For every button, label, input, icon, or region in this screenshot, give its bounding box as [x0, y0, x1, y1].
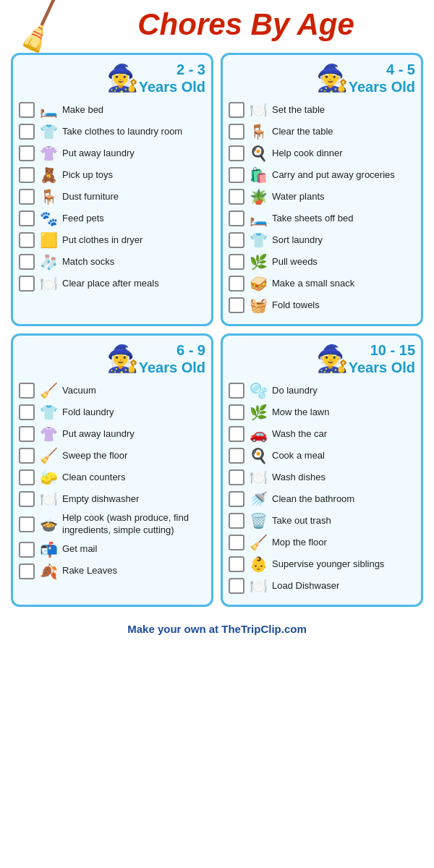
chore-checkbox[interactable] — [19, 189, 35, 205]
chore-checkbox[interactable] — [19, 448, 35, 464]
chore-checkbox[interactable] — [229, 578, 244, 594]
chore-checkbox[interactable] — [19, 254, 35, 270]
chore-checkbox[interactable] — [229, 167, 244, 183]
section-age-6-9: 🧙‍♀️6 - 9Years Old🧹Vacuum👕Fold laundry👚P… — [11, 333, 213, 607]
chore-checkbox[interactable] — [19, 210, 35, 226]
witch-icon: 🧙‍♀️ — [106, 344, 139, 374]
chore-label: Put clothes in dryer — [62, 234, 142, 247]
chore-checkbox[interactable] — [229, 124, 244, 140]
chore-checkbox[interactable] — [229, 189, 244, 205]
chore-item: 🍽️Clear place after meals — [19, 275, 205, 292]
chore-icon: 🟨 — [39, 231, 58, 249]
footer: Make your own at TheTripClip.com — [0, 614, 434, 641]
witch-icon: 🧙 — [316, 63, 349, 93]
chore-icon: 👕 — [39, 404, 58, 421]
chore-label: Rake Leaves — [62, 565, 117, 577]
chore-checkbox[interactable] — [19, 404, 35, 420]
chore-item: 🍽️Wash dishes — [229, 469, 415, 486]
chore-icon: 🍲 — [39, 516, 58, 533]
chore-checkbox[interactable] — [229, 513, 244, 529]
chore-icon: 🧽 — [39, 469, 58, 486]
chore-checkbox[interactable] — [19, 145, 35, 161]
chore-label: Get mail — [62, 543, 97, 556]
chore-checkbox[interactable] — [229, 469, 244, 485]
chore-checkbox[interactable] — [229, 254, 244, 270]
chore-label: Set the table — [272, 104, 325, 116]
chore-icon: 🍂 — [39, 563, 58, 580]
chore-item: 🛏️Make bed — [19, 101, 205, 119]
chore-checkbox[interactable] — [19, 426, 35, 442]
chore-checkbox[interactable] — [229, 102, 244, 118]
section-age-10-15: 🧙10 - 15Years Old🫧Do laundry🌿Mow the law… — [221, 333, 423, 607]
chore-label: Load Dishwaser — [272, 580, 339, 592]
chore-checkbox[interactable] — [229, 276, 244, 292]
chore-checkbox[interactable] — [229, 448, 244, 464]
footer-text: Make your own at TheTripClip.com — [127, 623, 307, 635]
chore-item: 🛍️Carry and put away groceries — [229, 166, 415, 184]
chore-item: 🫧Do laundry — [229, 382, 415, 399]
chore-checkbox[interactable] — [229, 404, 244, 420]
chore-label: Pick up toys — [62, 169, 113, 182]
chore-checkbox[interactable] — [229, 535, 244, 550]
chore-icon: 🪴 — [249, 188, 268, 205]
chore-item: 🍽️Load Dishwaser — [229, 577, 415, 595]
chore-label: Dust furniture — [62, 191, 119, 203]
chore-label: Fold laundry — [62, 407, 114, 419]
chore-icon: 🪑 — [39, 188, 58, 205]
chore-icon: 🚿 — [249, 490, 268, 508]
chore-label: Wash dishes — [272, 472, 326, 484]
chore-checkbox[interactable] — [229, 556, 244, 572]
chore-label: Fold towels — [272, 299, 320, 312]
section-header-age-6-9: 🧙‍♀️6 - 9Years Old — [19, 341, 205, 376]
chore-checkbox[interactable] — [19, 491, 35, 507]
chore-label: Clean the bathroom — [272, 493, 354, 506]
chore-checkbox[interactable] — [229, 210, 244, 226]
chore-item: 🧹Vacuum — [19, 382, 205, 399]
chore-checkbox[interactable] — [19, 563, 35, 579]
chore-label: Feed pets — [62, 213, 104, 225]
chore-checkbox[interactable] — [19, 124, 35, 140]
chore-checkbox[interactable] — [229, 232, 244, 248]
chore-checkbox[interactable] — [19, 276, 35, 292]
chore-checkbox[interactable] — [229, 297, 244, 313]
chore-checkbox[interactable] — [19, 232, 35, 248]
chore-checkbox[interactable] — [229, 383, 244, 399]
chore-icon: 🍳 — [249, 145, 268, 162]
chore-checkbox[interactable] — [19, 383, 35, 399]
chore-checkbox[interactable] — [19, 469, 35, 485]
chore-item: 🧺Fold towels — [229, 297, 415, 314]
chore-item: 🥪Make a small snack — [229, 275, 415, 292]
chore-item: 🪑Clear the table — [229, 123, 415, 140]
sections-grid: 🧙‍♀️2 - 3Years Old🛏️Make bed👕Take clothe… — [0, 46, 434, 614]
chore-label: Cook a meal — [272, 450, 325, 462]
chore-label: Sort laundry — [272, 234, 323, 247]
witch-icon: 🧙‍♀️ — [106, 63, 139, 93]
chore-checkbox[interactable] — [229, 426, 244, 442]
chore-label: Wash the car — [272, 428, 327, 441]
chore-item: 🌿Pull weeds — [229, 253, 415, 271]
chore-checkbox[interactable] — [19, 542, 35, 558]
chore-checkbox[interactable] — [229, 145, 244, 161]
chore-label: Make bed — [62, 104, 103, 116]
chore-icon: 🍽️ — [249, 577, 268, 595]
chore-icon: 🧹 — [249, 534, 268, 551]
chore-icon: 🌿 — [249, 404, 268, 421]
chore-item: 👶Supervise younger siblings — [229, 556, 415, 573]
chore-label: Do laundry — [272, 385, 318, 397]
age-title: 2 - 3Years Old — [139, 61, 205, 95]
chore-icon: 🛏️ — [249, 210, 268, 227]
chore-icon: 🧹 — [39, 382, 58, 399]
chore-icon: 🫧 — [249, 382, 268, 399]
section-age-4-5: 🧙4 - 5Years Old🍽️Set the table🪑Clear the… — [221, 53, 423, 326]
chore-checkbox[interactable] — [19, 102, 35, 118]
chore-label: Clear place after meals — [62, 278, 159, 290]
chore-checkbox[interactable] — [19, 516, 35, 532]
chore-checkbox[interactable] — [19, 167, 35, 183]
chore-label: Put away laundry — [62, 148, 135, 160]
chore-label: Clean counters — [62, 472, 125, 484]
chore-label: Match socks — [62, 256, 114, 268]
chore-checkbox[interactable] — [229, 491, 244, 507]
chore-icon: 👚 — [39, 145, 58, 162]
section-header-age-10-15: 🧙10 - 15Years Old — [229, 341, 415, 376]
chore-icon: 🍽️ — [39, 275, 58, 292]
